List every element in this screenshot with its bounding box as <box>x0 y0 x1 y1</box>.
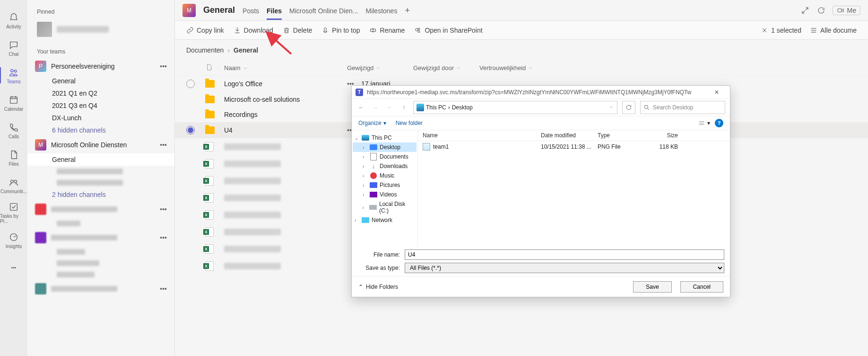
expand-icon[interactable] <box>800 6 810 15</box>
tree-item-pictures[interactable]: ›Pictures <box>353 180 417 190</box>
tree-item-network[interactable]: ›Network <box>353 215 417 225</box>
organize-button[interactable]: Organize ▾ <box>358 120 386 126</box>
chevron-icon[interactable]: › <box>363 192 367 197</box>
more-icon[interactable]: ••• <box>160 205 167 213</box>
redacted-team[interactable]: ••• <box>27 280 174 297</box>
chevron-icon[interactable]: › <box>363 145 367 150</box>
hidden-channels-link-1[interactable]: 6 hidden channels <box>27 124 174 136</box>
row-select-radio[interactable] <box>186 126 195 134</box>
up-button[interactable]: ↑ <box>399 103 408 112</box>
chevron-icon[interactable]: › <box>363 154 367 160</box>
tab-milestones[interactable]: Milestones <box>365 7 397 19</box>
cmd-pin[interactable]: Pin to top <box>321 27 360 34</box>
redacted-row <box>27 218 174 229</box>
list-col-name[interactable]: Name <box>423 132 541 139</box>
close-button[interactable]: ✕ <box>707 89 726 96</box>
more-icon[interactable]: ••• <box>160 141 167 149</box>
list-col-date[interactable]: Date modified <box>541 132 598 139</box>
channel-2021q1q2[interactable]: 2021 Q1 en Q2 <box>27 87 174 99</box>
col-header-name[interactable]: Naam <box>224 64 347 71</box>
chat-icon <box>8 39 19 51</box>
dialog-titlebar[interactable]: T https://northeurope1-mediap.svc.ms/tra… <box>352 86 730 99</box>
tree-item-videos[interactable]: ›Videos <box>353 190 417 199</box>
pinned-item[interactable] <box>27 18 174 41</box>
saveas-select[interactable]: All Files (*.*) <box>405 263 724 273</box>
cmd-copy-link[interactable]: Copy link <box>186 27 224 34</box>
tab-posts[interactable]: Posts <box>243 7 259 19</box>
redacted-team[interactable]: ••• <box>27 201 174 218</box>
hide-folders-button[interactable]: ⌃Hide Folders <box>358 284 398 290</box>
chevron-icon[interactable]: › <box>355 218 359 223</box>
cmd-rename[interactable]: Rename <box>369 27 405 34</box>
rail-activity[interactable]: Activity <box>0 9 27 32</box>
cmd-download[interactable]: Download <box>234 27 273 34</box>
cmd-delete[interactable]: Delete <box>283 27 312 34</box>
redacted-team[interactable]: ••• <box>27 229 174 246</box>
address-bar[interactable]: This PC › Desktop <box>413 101 617 114</box>
chevron-icon[interactable]: › <box>363 164 367 169</box>
redacted-text <box>224 195 281 201</box>
tab-add[interactable]: + <box>405 6 410 20</box>
tree-item-desktop[interactable]: ›Desktop <box>353 142 417 152</box>
forward-button[interactable]: → <box>371 103 380 112</box>
new-folder-button[interactable]: New folder <box>396 120 423 126</box>
channel-general-2[interactable]: General <box>27 153 174 166</box>
breadcrumb-root[interactable]: Documenten <box>186 46 224 54</box>
channel-general-1[interactable]: General <box>27 75 174 87</box>
selection-count[interactable]: 1 selected <box>761 27 801 34</box>
tab-msod[interactable]: Microsoft Online Dien... <box>289 7 358 19</box>
refresh-button[interactable] <box>622 101 635 114</box>
rail-tasks[interactable]: Tasks by Pl... <box>0 201 27 224</box>
help-button[interactable]: ? <box>715 119 723 127</box>
chevron-icon[interactable]: ⌄ <box>355 135 359 141</box>
chevron-icon[interactable]: › <box>363 183 367 188</box>
chevron-down-icon[interactable] <box>608 104 614 111</box>
rail-insights[interactable]: Insights <box>0 228 27 252</box>
tree-item-documents[interactable]: ›Documents <box>353 152 417 161</box>
list-col-type[interactable]: Type <box>598 132 640 139</box>
view-options-button[interactable]: ▾ <box>698 119 710 127</box>
more-icon[interactable]: ••• <box>160 62 167 70</box>
save-button[interactable]: Save <box>633 281 671 293</box>
cmd-open-sharepoint[interactable]: Open in SharePoint <box>414 27 482 34</box>
channel-2021q3q4[interactable]: 2021 Q3 en Q4 <box>27 99 174 112</box>
rail-calls[interactable]: Calls <box>0 118 27 142</box>
row-select-radio[interactable] <box>186 80 195 88</box>
rail-communities[interactable]: Communiti... <box>0 173 27 197</box>
channel-dxlunch[interactable]: DX-Lunch <box>27 112 174 124</box>
address-root[interactable]: This PC <box>426 104 446 111</box>
hidden-channels-link-2[interactable]: 2 hidden channels <box>27 188 174 201</box>
more-icon[interactable]: ••• <box>160 285 167 293</box>
meet-button[interactable]: Me <box>833 6 860 15</box>
address-folder[interactable]: Desktop <box>452 104 473 111</box>
tree-item-local-disk-c-[interactable]: ›Local Disk (C:) <box>353 199 417 215</box>
col-header-modified[interactable]: Gewijzigd <box>347 64 413 71</box>
cancel-button[interactable]: Cancel <box>680 281 723 293</box>
rail-chat[interactable]: Chat <box>0 36 27 60</box>
rail-more[interactable]: ••• <box>0 256 27 279</box>
chevron-icon[interactable]: › <box>363 173 367 178</box>
view-selector[interactable]: Alle docume <box>810 27 857 34</box>
tab-files[interactable]: Files <box>267 7 282 19</box>
folder-tree[interactable]: ⌄This PC›Desktop›Documents›↓Downloads›Mu… <box>352 130 418 247</box>
filename-input[interactable] <box>405 249 724 260</box>
team-item-msod[interactable]: M Microsoft Online Diensten ••• <box>27 136 174 153</box>
more-icon[interactable]: ••• <box>160 234 167 241</box>
rail-files[interactable]: Files <box>0 146 27 169</box>
team-item-personeelsvereniging[interactable]: P Personeelsvereniging ••• <box>27 58 174 75</box>
chevron-icon[interactable]: › <box>362 205 367 210</box>
tree-item-this-pc[interactable]: ⌄This PC <box>353 133 417 142</box>
tree-item-music[interactable]: ›Music <box>353 171 417 180</box>
col-header-modifiedby[interactable]: Gewijzigd door <box>413 64 479 71</box>
rail-teams[interactable]: Teams <box>0 63 27 87</box>
refresh-icon[interactable] <box>816 6 826 15</box>
list-col-size[interactable]: Size <box>640 132 678 139</box>
back-button[interactable]: ← <box>356 103 366 112</box>
tree-item-downloads[interactable]: ›↓Downloads <box>353 161 417 171</box>
rail-calendar[interactable]: Calendar <box>0 91 27 115</box>
recent-dropdown-icon[interactable] <box>385 103 394 112</box>
list-item[interactable]: team110/15/2021 11:38 ...PNG File118 KB <box>418 141 730 152</box>
col-header-confidentiality[interactable]: Vertrouwelijkheid <box>479 64 555 71</box>
file-list-pane[interactable]: Name Date modified Type Size team110/15/… <box>418 130 730 247</box>
search-box[interactable]: Search Desktop <box>640 101 725 114</box>
